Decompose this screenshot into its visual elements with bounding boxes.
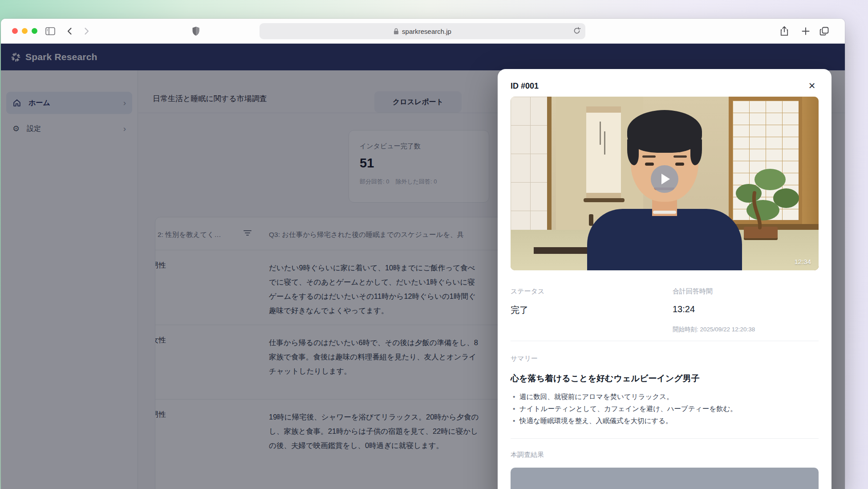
back-icon[interactable] bbox=[64, 25, 76, 37]
forward-icon[interactable] bbox=[80, 25, 93, 37]
privacy-shield-icon[interactable] bbox=[190, 25, 202, 37]
section-divider bbox=[511, 438, 819, 439]
status-value: 完了 bbox=[511, 304, 528, 316]
summary-bullet: 快適な睡眠環境を整え、入眠儀式を大切にする。 bbox=[511, 415, 819, 427]
play-icon bbox=[661, 174, 670, 184]
close-window-button[interactable] bbox=[12, 28, 18, 34]
status-label: ステータス bbox=[511, 287, 544, 296]
interview-video[interactable]: 12:34 bbox=[511, 97, 819, 270]
respondent-detail-panel: ID #001 × bbox=[498, 69, 831, 489]
new-tab-icon[interactable] bbox=[799, 25, 812, 37]
section-divider bbox=[511, 341, 819, 341]
reload-icon[interactable] bbox=[572, 26, 581, 35]
summary-bullet: 週に数回、就寝前にアロマを焚いてリラックス。 bbox=[511, 391, 819, 403]
start-time: 開始時刻: 2025/09/22 12:20:38 bbox=[673, 326, 755, 334]
browser-window: sparkresearch.jp bbox=[1, 19, 845, 489]
close-icon[interactable]: × bbox=[804, 78, 819, 93]
total-time-label: 合計回答時間 bbox=[673, 287, 713, 296]
summary-title: 心を落ち着けることを好むウェルビーイング男子 bbox=[511, 373, 819, 384]
results-table-header-bar bbox=[511, 468, 819, 489]
share-icon[interactable] bbox=[778, 25, 791, 37]
status-section: ステータス 合計回答時間 完了 13:24 開始時刻: 2025/09/22 1… bbox=[511, 287, 819, 341]
lock-icon bbox=[393, 28, 399, 35]
summary-label: サマリー bbox=[511, 355, 819, 363]
summary-bullet: ナイトルーティンとして、カフェインを避け、ハーブティーを飲む。 bbox=[511, 403, 819, 415]
play-button[interactable] bbox=[651, 165, 678, 193]
browser-toolbar: sparkresearch.jp bbox=[1, 19, 845, 44]
summary-bullets: 週に数回、就寝前にアロマを焚いてリラックス。 ナイトルーティンとして、カフェイン… bbox=[511, 391, 819, 427]
tab-overview-icon[interactable] bbox=[818, 25, 831, 37]
video-duration: 12:34 bbox=[794, 258, 811, 265]
zoom-window-button[interactable] bbox=[32, 28, 37, 34]
minimize-window-button[interactable] bbox=[22, 28, 28, 34]
results-label: 本調査結果 bbox=[511, 451, 819, 459]
respondent-id: ID #001 bbox=[511, 82, 539, 90]
url-bar[interactable]: sparkresearch.jp bbox=[260, 23, 585, 39]
url-text: sparkresearch.jp bbox=[402, 28, 451, 35]
sidebar-toggle-icon[interactable] bbox=[44, 25, 57, 37]
total-time-value: 13:24 bbox=[673, 304, 695, 314]
